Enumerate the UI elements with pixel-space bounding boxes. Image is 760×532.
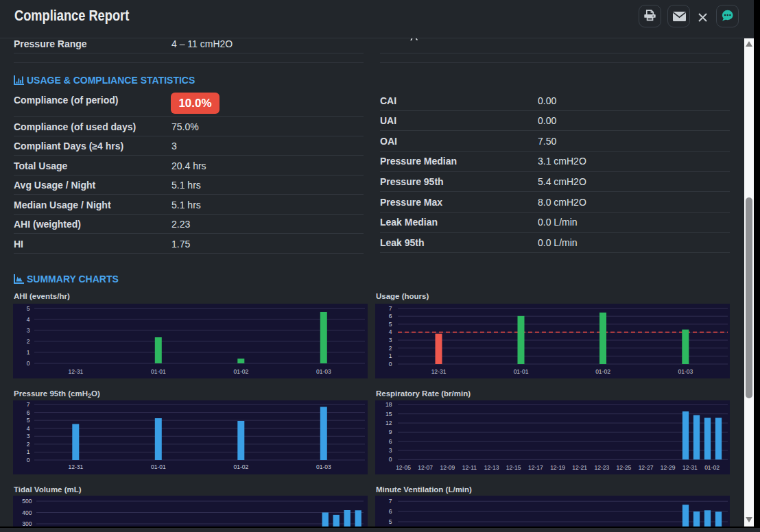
svg-text:7: 7 <box>389 498 392 505</box>
svg-text:3: 3 <box>389 337 392 343</box>
svg-text:0: 0 <box>389 456 392 463</box>
svg-text:300: 300 <box>22 520 32 527</box>
svg-text:5: 5 <box>27 417 30 424</box>
svg-text:3: 3 <box>27 433 30 439</box>
svg-text:01-02: 01-02 <box>595 368 610 375</box>
svg-text:12-25: 12-25 <box>617 464 632 471</box>
svg-text:6: 6 <box>27 409 30 416</box>
svg-text:01-03: 01-03 <box>316 463 331 470</box>
svg-text:5: 5 <box>27 305 30 312</box>
svg-text:7: 7 <box>389 305 392 312</box>
svg-text:12-05: 12-05 <box>396 464 411 471</box>
svg-text:1: 1 <box>389 352 392 359</box>
svg-text:7: 7 <box>27 401 30 408</box>
svg-text:1: 1 <box>27 349 30 356</box>
svg-text:4: 4 <box>27 425 30 432</box>
svg-text:01-01: 01-01 <box>151 463 166 470</box>
svg-text:9: 9 <box>389 428 392 435</box>
svg-text:0: 0 <box>389 361 392 367</box>
svg-text:1: 1 <box>27 448 30 455</box>
svg-text:12-29: 12-29 <box>661 464 676 471</box>
svg-text:01-01: 01-01 <box>151 368 166 375</box>
svg-text:5: 5 <box>389 321 392 328</box>
svg-text:500: 500 <box>22 498 32 505</box>
svg-text:12-15: 12-15 <box>506 464 521 471</box>
svg-text:12-19: 12-19 <box>550 464 565 471</box>
svg-text:12-31: 12-31 <box>68 463 83 470</box>
svg-text:0: 0 <box>27 457 30 463</box>
svg-text:12-09: 12-09 <box>440 464 455 471</box>
svg-text:3: 3 <box>27 327 30 334</box>
svg-text:15: 15 <box>385 411 392 418</box>
svg-text:12-23: 12-23 <box>594 464 609 471</box>
svg-text:12-31: 12-31 <box>682 464 698 471</box>
svg-text:12-21: 12-21 <box>572 464 587 471</box>
svg-text:12-13: 12-13 <box>484 464 499 471</box>
svg-text:3: 3 <box>389 447 392 454</box>
svg-text:2: 2 <box>27 338 30 345</box>
svg-text:2: 2 <box>27 441 30 448</box>
svg-text:12-11: 12-11 <box>462 464 477 471</box>
svg-text:0: 0 <box>27 360 30 367</box>
svg-text:5: 5 <box>389 518 392 525</box>
svg-text:12: 12 <box>385 420 392 426</box>
svg-text:01-02: 01-02 <box>233 368 248 375</box>
svg-text:18: 18 <box>385 401 392 408</box>
svg-text:6: 6 <box>389 438 392 445</box>
svg-text:01-02: 01-02 <box>233 463 248 470</box>
svg-text:4: 4 <box>389 328 392 335</box>
svg-text:12-17: 12-17 <box>528 464 543 471</box>
svg-text:6: 6 <box>389 508 392 515</box>
svg-text:12-31: 12-31 <box>68 368 83 375</box>
svg-text:6: 6 <box>389 313 392 319</box>
svg-text:2: 2 <box>389 345 392 352</box>
svg-text:01-03: 01-03 <box>678 368 693 375</box>
svg-text:01-03: 01-03 <box>316 368 331 375</box>
svg-text:12-27: 12-27 <box>639 464 654 471</box>
svg-text:12-07: 12-07 <box>418 464 433 471</box>
svg-text:12-31: 12-31 <box>431 368 447 375</box>
svg-text:01-02: 01-02 <box>704 464 720 471</box>
svg-text:01-01: 01-01 <box>514 368 529 375</box>
svg-text:4: 4 <box>27 316 30 323</box>
svg-text:400: 400 <box>22 509 32 516</box>
